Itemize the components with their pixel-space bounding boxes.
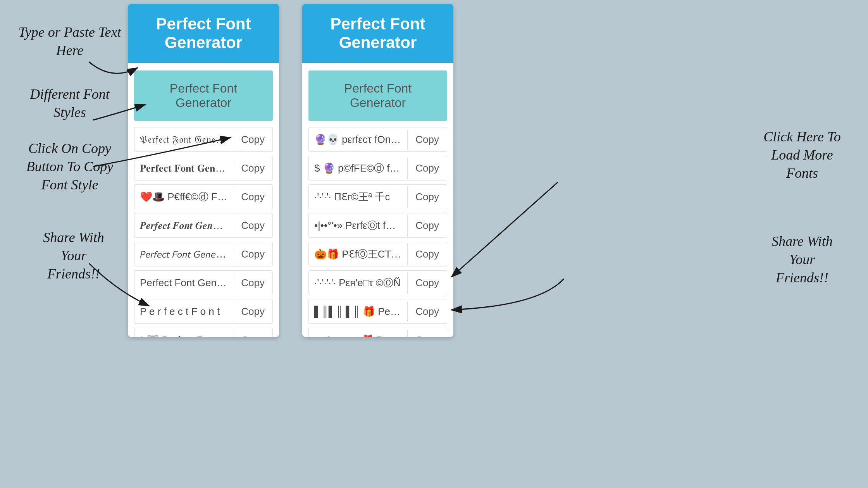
font-text-left-0: 𝔓𝔢𝔯𝔣𝔢𝔠𝔱 𝔉𝔬𝔫𝔱 𝔊𝔢𝔫𝔢𝔯𝔞𝔱𝔬𝔯	[134, 130, 233, 149]
font-text-left-7: * 🐺 Perfect Font Gen	[134, 330, 233, 337]
copy-button-left-2[interactable]: Copy	[233, 187, 272, 207]
font-row-right-6: ▌║▌║ ▌║ 🎁 PerfecCopy	[308, 299, 447, 324]
font-row-right-0: 🔮💀 pεrfεcτ fOnt gεNCopy	[308, 127, 447, 152]
copy-button-right-4[interactable]: Copy	[408, 244, 447, 264]
font-text-right-6: ▌║▌║ ▌║ 🎁 Perfec	[309, 302, 408, 321]
annotation-share-left: Share WithYourFriends!!	[23, 229, 124, 283]
copy-button-right-1[interactable]: Copy	[408, 158, 447, 178]
copy-button-right-7[interactable]: Copy	[408, 330, 447, 337]
font-text-right-2: ·'·'·'· ΠƐr©王ª 千c	[309, 186, 408, 208]
copy-button-right-5[interactable]: Copy	[408, 273, 447, 293]
right-panel-title: Perfect Font Generator	[310, 15, 446, 52]
font-text-left-5: Perfect Font Generator	[134, 273, 233, 293]
font-row-left-3: 𝑷𝒆𝒓𝒇𝒆𝒄𝒕 𝑭𝒐𝒏𝒕 𝑮𝒆𝒏𝒆𝒓𝒂𝒕Copy	[134, 213, 273, 238]
font-row-left-1: 𝐏𝐞𝐫𝐟𝐞𝐜𝐭 𝐅𝐨𝐧𝐭 𝐆𝐞𝐧𝐞𝐫𝐚𝐭𝐨𝐫Copy	[134, 156, 273, 180]
font-list-left: 𝔓𝔢𝔯𝔣𝔢𝔠𝔱 𝔉𝔬𝔫𝔱 𝔊𝔢𝔫𝔢𝔯𝔞𝔱𝔬𝔯Copy𝐏𝐞𝐫𝐟𝐞𝐜𝐭 𝐅𝐨𝐧𝐭 𝐆…	[128, 127, 279, 337]
font-text-right-1: $ 🔮 p©fFE©ⓓ foÑτ ɡɛ|	[309, 158, 408, 179]
annotation-load-more: Click Here ToLoad MoreFonts	[752, 128, 852, 182]
annotation-different-fonts: Different FontStyles	[16, 85, 124, 122]
font-row-left-0: 𝔓𝔢𝔯𝔣𝔢𝔠𝔱 𝔉𝔬𝔫𝔱 𝔊𝔢𝔫𝔢𝔯𝔞𝔱𝔬𝔯Copy	[134, 127, 273, 152]
font-row-right-5: ·'·'·'·'· Pεя'е□τ ©ⓄÑCopy	[308, 270, 447, 295]
font-text-left-3: 𝑷𝒆𝒓𝒇𝒆𝒄𝒕 𝑭𝒐𝒏𝒕 𝑮𝒆𝒏𝒆𝒓𝒂𝒕	[134, 216, 233, 235]
annotation-type-paste: Type or Paste TextHere	[16, 23, 124, 60]
font-text-left-2: ❤️🎩 P€ff€©ⓓ FⓄn© gɛ	[134, 186, 233, 208]
copy-button-left-1[interactable]: Copy	[233, 158, 272, 178]
font-row-right-2: ·'·'·'· ΠƐr©王ª 千cCopy	[308, 184, 447, 209]
copy-button-left-7[interactable]: Copy	[233, 330, 272, 337]
copy-button-right-0[interactable]: Copy	[408, 130, 447, 149]
font-text-left-6: P e r f e c t F o n t	[134, 302, 233, 321]
annotation-click-copy: Click On CopyButton To CopyFont Style	[12, 139, 128, 194]
right-phone-panel: Perfect Font Generator Perfect Font Gene…	[302, 4, 453, 337]
font-row-right-3: •|••°'•» PεrfεⓄt fo᷊ gε©Copy	[308, 213, 447, 238]
copy-button-right-3[interactable]: Copy	[408, 216, 447, 235]
font-text-right-4: 🎃🎁 PƐfⓄ王CT fÕÑτ g	[309, 244, 408, 265]
font-row-right-1: $ 🔮 p©fFE©ⓓ foÑτ ɡɛ|Copy	[308, 156, 447, 180]
copy-button-right-6[interactable]: Copy	[408, 302, 447, 321]
copy-button-left-0[interactable]: Copy	[233, 130, 272, 149]
text-input-display-right[interactable]: Perfect Font Generator	[308, 70, 447, 121]
font-list-right: 🔮💀 pεrfεcτ fOnt gεNCopy$ 🔮 p©fFE©ⓓ foÑτ …	[302, 127, 453, 337]
text-input-display[interactable]: Perfect Font Generator	[134, 70, 273, 121]
copy-button-left-3[interactable]: Copy	[233, 216, 272, 235]
copy-button-left-4[interactable]: Copy	[233, 244, 272, 264]
font-row-left-7: * 🐺 Perfect Font GenCopy	[134, 328, 273, 337]
font-text-left-4: 𝘗𝘦𝘳𝘧𝘦𝘤𝘵 𝘍𝘰𝘯𝘵 𝘎𝘦𝘯𝘦𝘳𝘢𝘵𝘰	[134, 244, 233, 264]
font-row-left-2: ❤️🎩 P€ff€©ⓓ FⓄn© gɛCopy	[134, 184, 273, 209]
font-text-right-0: 🔮💀 pεrfεcτ fOnt gεN	[309, 130, 408, 149]
font-row-left-6: P e r f e c t F o n tCopy	[134, 299, 273, 324]
font-text-right-7: ¤„•°„•..•>> 🎁 Perfec	[309, 330, 408, 337]
copy-button-left-5[interactable]: Copy	[233, 273, 272, 293]
font-text-right-5: ·'·'·'·'· Pεя'е□τ ©ⓄÑ	[309, 272, 408, 294]
left-panel-header: Perfect Font Generator	[128, 4, 279, 63]
font-row-left-4: 𝘗𝘦𝘳𝘧𝘦𝘤𝘵 𝘍𝘰𝘯𝘵 𝘎𝘦𝘯𝘦𝘳𝘢𝘵𝘰Copy	[134, 242, 273, 266]
left-panel-title: Perfect Font Generator	[136, 15, 271, 52]
right-panel-header: Perfect Font Generator	[302, 4, 453, 63]
font-text-right-3: •|••°'•» PεrfεⓄt fo᷊ gε©	[309, 215, 408, 236]
copy-button-right-2[interactable]: Copy	[408, 187, 447, 207]
font-text-left-1: 𝐏𝐞𝐫𝐟𝐞𝐜𝐭 𝐅𝐨𝐧𝐭 𝐆𝐞𝐧𝐞𝐫𝐚𝐭𝐨𝐫	[134, 158, 233, 178]
copy-button-left-6[interactable]: Copy	[233, 302, 272, 321]
left-phone-panel: Perfect Font Generator Perfect Font Gene…	[128, 4, 279, 337]
annotation-share-right: Share WithYourFriends!!	[756, 232, 849, 287]
font-row-right-7: ¤„•°„•..•>> 🎁 PerfecCopy	[308, 328, 447, 337]
font-row-right-4: 🎃🎁 PƐfⓄ王CT fÕÑτ gCopy	[308, 242, 447, 266]
font-row-left-5: Perfect Font GeneratorCopy	[134, 270, 273, 295]
